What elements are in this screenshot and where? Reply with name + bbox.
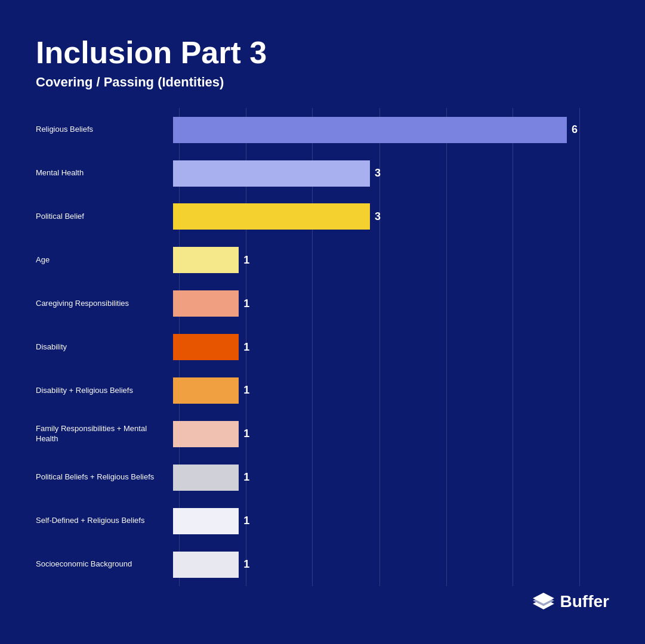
bar: [173, 465, 239, 491]
row-label: Age: [36, 255, 173, 265]
row-label: Political Beliefs + Religious Beliefs: [36, 472, 173, 482]
page-title: Inclusion Part 3: [36, 36, 609, 70]
bar-container: 1: [173, 420, 609, 448]
row-label: Family Responsibilities + Mental Health: [36, 424, 173, 444]
bar-container: 3: [173, 159, 609, 188]
row-label: Religious Beliefs: [36, 125, 173, 135]
page-subtitle: Covering / Passing (Identities): [36, 75, 609, 90]
bar: [173, 377, 239, 404]
bar-container: 6: [173, 116, 609, 144]
chart-row: Mental Health3: [36, 151, 609, 195]
bar-value: 1: [243, 515, 249, 527]
bar: [173, 160, 370, 187]
bar-container: 1: [173, 550, 609, 579]
row-label: Self-Defined + Religious Beliefs: [36, 516, 173, 526]
footer: Buffer: [36, 592, 609, 614]
row-label: Mental Health: [36, 168, 173, 178]
bar: [173, 203, 370, 230]
chart-row: Socioeconomic Background1: [36, 543, 609, 586]
chart-row: Political Belief3: [36, 195, 609, 239]
chart-area: Religious Beliefs6Mental Health3Politica…: [36, 108, 609, 586]
bar-container: 1: [173, 463, 609, 492]
page-container: Inclusion Part 3 Covering / Passing (Ide…: [0, 0, 645, 644]
row-label: Political Belief: [36, 212, 173, 222]
bar-value: 6: [572, 123, 578, 136]
bar: [173, 247, 239, 273]
bar-value: 3: [375, 167, 381, 179]
bar-container: 1: [173, 289, 609, 318]
row-label: Disability + Religious Beliefs: [36, 386, 173, 396]
bar: [173, 552, 239, 578]
bar-container: 1: [173, 246, 609, 274]
bar-value: 1: [243, 298, 249, 310]
bar: [173, 421, 239, 447]
row-label: Disability: [36, 342, 173, 352]
chart-row: Caregiving Responsibilities1: [36, 282, 609, 326]
bar: [173, 290, 239, 317]
bar-container: 3: [173, 202, 609, 231]
bar-value: 1: [243, 558, 249, 571]
chart-row: Disability + Religious Beliefs1: [36, 369, 609, 413]
chart-row: Age1: [36, 239, 609, 282]
bar-value: 3: [375, 210, 381, 223]
buffer-logo: Buffer: [533, 592, 609, 611]
row-label: Socioeconomic Background: [36, 559, 173, 569]
chart-row: Disability1: [36, 326, 609, 369]
chart-row: Self-Defined + Religious Beliefs1: [36, 499, 609, 543]
buffer-text: Buffer: [560, 592, 609, 611]
bar-value: 1: [243, 341, 249, 354]
chart-row: Political Beliefs + Religious Beliefs1: [36, 456, 609, 499]
bar: [173, 508, 239, 534]
bar-value: 1: [243, 384, 249, 397]
buffer-icon: [533, 593, 554, 611]
bar-value: 1: [243, 471, 249, 484]
bar: [173, 334, 239, 360]
bar-value: 1: [243, 428, 249, 440]
bar: [173, 117, 567, 143]
bar-value: 1: [243, 254, 249, 267]
bar-container: 1: [173, 507, 609, 535]
chart-row: Family Responsibilities + Mental Health1: [36, 412, 609, 456]
row-label: Caregiving Responsibilities: [36, 299, 173, 309]
chart-row: Religious Beliefs6: [36, 108, 609, 151]
bar-container: 1: [173, 376, 609, 405]
bar-container: 1: [173, 333, 609, 361]
